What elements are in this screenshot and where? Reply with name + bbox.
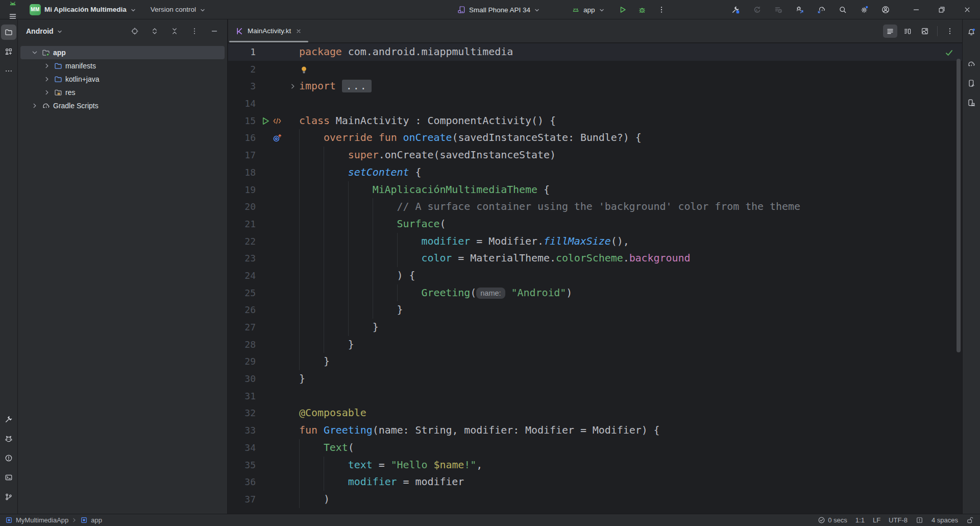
- code-text[interactable]: Surface(: [299, 216, 446, 233]
- fold-toggle[interactable]: [286, 78, 299, 95]
- chevron-down-icon[interactable]: [31, 49, 39, 57]
- account-button[interactable]: [879, 3, 892, 16]
- device-selector[interactable]: Small Phone API 34: [453, 4, 544, 16]
- select-opened-file-button[interactable]: [128, 25, 141, 38]
- settings-button[interactable]: [857, 3, 871, 16]
- inspections-widget[interactable]: [942, 46, 956, 59]
- caret-position[interactable]: 1:1: [855, 516, 865, 524]
- run-button[interactable]: [616, 3, 629, 16]
- code-text[interactable]: }: [299, 353, 330, 370]
- chevron-right-icon[interactable]: [31, 102, 39, 110]
- gutter-icons: [256, 233, 286, 250]
- more-tool-windows-button[interactable]: [1, 63, 16, 79]
- close-button[interactable]: [954, 0, 980, 19]
- version-control-button[interactable]: [1, 489, 16, 505]
- logcat-button[interactable]: [1, 431, 16, 446]
- code-text[interactable]: @Composable: [299, 404, 366, 422]
- design-view-button[interactable]: [918, 25, 932, 38]
- device-manager-button[interactable]: [964, 95, 979, 110]
- chevron-right-icon[interactable]: [43, 62, 51, 70]
- chevron-right-icon[interactable]: [43, 75, 51, 83]
- resource-manager-button[interactable]: [1, 44, 16, 59]
- terminal-button[interactable]: [1, 470, 16, 485]
- search-everywhere-icon: [839, 6, 847, 14]
- code-text[interactable]: fun Greeting(name: String, modifier: Mod…: [299, 422, 660, 439]
- project-button[interactable]: [1, 25, 16, 40]
- code-editor[interactable]: 1package com.android.miappmultimedia23im…: [228, 43, 962, 514]
- code-text[interactable]: // A surface container using the 'backgr…: [299, 198, 800, 216]
- problems-button[interactable]: [1, 450, 16, 466]
- search-everywhere-button[interactable]: [836, 3, 849, 16]
- maximize-button[interactable]: [929, 0, 954, 19]
- highlighting-level[interactable]: [916, 516, 923, 524]
- vcs-widget[interactable]: Version control: [146, 4, 210, 15]
- running-devices-button[interactable]: [964, 76, 979, 91]
- expand-all-button[interactable]: [148, 25, 161, 38]
- code-text[interactable]: text = "Hello $name!",: [299, 457, 482, 474]
- code-text[interactable]: }: [299, 370, 305, 388]
- code-text[interactable]: ) {: [299, 267, 415, 284]
- project-widget[interactable]: MM Mi Aplicación Multimedia: [26, 2, 140, 17]
- hide-button[interactable]: [208, 25, 221, 38]
- code-text[interactable]: setContent {: [299, 164, 422, 181]
- editor-scrollbar[interactable]: [957, 59, 961, 352]
- code-text[interactable]: Text(: [299, 439, 354, 457]
- split-view-button[interactable]: [900, 25, 915, 38]
- code-text[interactable]: MiAplicaciónMultimediaTheme {: [299, 181, 550, 199]
- run-config-selector[interactable]: app: [568, 4, 609, 16]
- code-text[interactable]: color = MaterialTheme.colorScheme.backgr…: [299, 250, 690, 267]
- options-button[interactable]: [188, 25, 201, 38]
- readonly-toggle[interactable]: [966, 516, 974, 524]
- tree-item-app[interactable]: app: [20, 46, 225, 59]
- android-studio-logo-button[interactable]: [6, 0, 19, 10]
- tree-item-kotlin-java[interactable]: kotlin+java: [20, 73, 225, 86]
- code-text[interactable]: super.onCreate(savedInstanceState): [299, 147, 556, 164]
- line-number: 24: [228, 267, 256, 284]
- breadcrumb-app[interactable]: app: [80, 516, 102, 524]
- close-icon[interactable]: [295, 28, 302, 35]
- tree-item-manifests[interactable]: manifests: [20, 59, 225, 73]
- project-view-selector[interactable]: Android: [26, 27, 54, 35]
- build-tool-button[interactable]: [1, 412, 16, 427]
- minimize-button[interactable]: [903, 0, 929, 19]
- debug-button[interactable]: [635, 3, 649, 16]
- notifications-button[interactable]: [964, 25, 979, 40]
- indent-config[interactable]: 4 spaces: [932, 516, 958, 524]
- build-button[interactable]: [729, 3, 742, 16]
- gradle-button[interactable]: [964, 56, 979, 71]
- build-status[interactable]: 0 secs: [818, 516, 847, 524]
- line-separator[interactable]: LF: [873, 516, 880, 524]
- code-view-icon: [886, 27, 894, 35]
- code-text[interactable]: modifier = Modifier.fillMaxSize(),: [299, 233, 629, 250]
- code-line-36: 36 modifier = modifier: [228, 473, 962, 491]
- code-text[interactable]: [299, 61, 309, 78]
- code-text[interactable]: class MainActivity : ComponentActivity()…: [299, 112, 556, 130]
- tree-item-res[interactable]: res: [20, 86, 225, 99]
- code-text[interactable]: import ...: [299, 78, 372, 95]
- code-view-button[interactable]: [883, 25, 897, 38]
- code-text[interactable]: ): [299, 491, 330, 508]
- code-text[interactable]: }: [299, 301, 403, 319]
- breadcrumb-mymultimediaapp[interactable]: MyMultimediaApp: [5, 516, 68, 524]
- gutter-icons[interactable]: [256, 129, 286, 147]
- folded-import-block[interactable]: ...: [342, 80, 372, 92]
- tree-item-gradle-scripts[interactable]: Gradle Scripts: [20, 99, 225, 112]
- gutter-icons[interactable]: [256, 112, 286, 130]
- editor-options-button[interactable]: [943, 25, 957, 38]
- more-run-options-button[interactable]: [655, 3, 668, 16]
- code-text[interactable]: override fun onCreate(savedInstanceState…: [299, 129, 642, 147]
- rerun-coverage-button[interactable]: A: [750, 3, 764, 16]
- code-text[interactable]: package com.android.miappmultimedia: [299, 43, 513, 61]
- code-text[interactable]: }: [299, 336, 354, 353]
- code-text[interactable]: modifier = modifier: [299, 473, 464, 491]
- code-text[interactable]: }: [299, 319, 379, 336]
- chevron-right-icon[interactable]: [43, 88, 51, 97]
- code-text[interactable]: Greeting(name: "Android"): [299, 284, 572, 302]
- collapse-all-button[interactable]: [168, 25, 181, 38]
- tab-mainactivity[interactable]: MainActivity.kt: [228, 19, 309, 42]
- file-encoding[interactable]: UTF-8: [889, 516, 908, 524]
- more-tool-windows-icon: [5, 67, 13, 75]
- profiler-button[interactable]: [772, 3, 785, 16]
- attach-debugger-button[interactable]: [793, 3, 806, 16]
- sync-gradle-button[interactable]: [815, 3, 828, 16]
